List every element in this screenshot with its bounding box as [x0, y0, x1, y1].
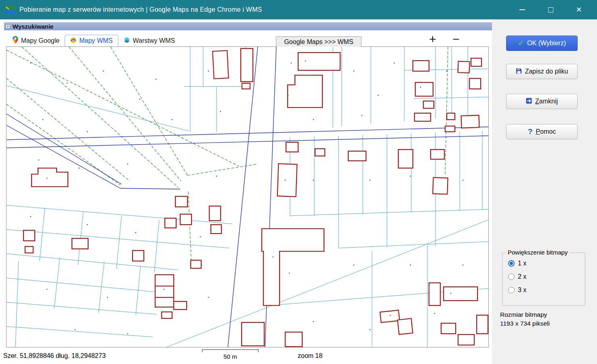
- bitmap-zoom-groupbox: Powiększenie bitmapy 1 x 2 x 3 x: [502, 252, 585, 306]
- status-bar: Szer. 51,8928846 dług. 18,2948273 50 m z…: [0, 347, 492, 364]
- save-icon: [516, 68, 522, 76]
- radio-2x-label: 2 x: [518, 273, 526, 280]
- scale-label: 50 m: [202, 353, 259, 360]
- check-icon: ✓: [518, 39, 524, 48]
- bitmap-size-label: Rozmiar bitmapy: [500, 311, 547, 318]
- transfer-mode-label: Google Maps >>> WMS: [276, 36, 362, 47]
- wms-map-icon: [70, 37, 76, 45]
- tab-warstwy-wms-label: Warstwy WMS: [133, 37, 175, 44]
- map-zoom-in-button[interactable]: +: [424, 32, 441, 46]
- search-panel-label: Wyszukiwanie: [13, 23, 53, 30]
- bitmap-zoom-title: Powiększenie bitmapy: [506, 249, 570, 256]
- map-utility-lines: [6, 47, 448, 267]
- close-icon: ✕: [576, 6, 582, 13]
- help-button-label: Pomoc: [536, 128, 556, 135]
- radio-1x-control[interactable]: [508, 260, 515, 267]
- main-pane: Wyszukiwanie Mapy Google: [0, 19, 492, 364]
- google-maps-pin-icon: [13, 36, 18, 45]
- help-button[interactable]: ? Pomoc: [506, 124, 578, 139]
- minimize-button[interactable]: [513, 0, 532, 19]
- tab-warstwy-wms[interactable]: Warstwy WMS: [118, 35, 180, 46]
- map-survey-dots: [31, 63, 463, 334]
- status-zoom-level: zoom 18: [298, 352, 322, 360]
- close-dialog-button[interactable]: Zamknij: [506, 94, 578, 109]
- tab-mapy-google[interactable]: Mapy Google: [7, 35, 65, 46]
- map-canvas[interactable]: [6, 47, 489, 347]
- radio-3x[interactable]: 3 x: [508, 286, 585, 294]
- question-icon: ?: [528, 127, 533, 136]
- window-title: Pobieranie map z serwerów internetowych …: [19, 6, 262, 13]
- map-viewport[interactable]: [6, 46, 489, 347]
- map-zoom-out-button[interactable]: −: [448, 32, 465, 46]
- radio-3x-control[interactable]: [508, 287, 515, 293]
- save-to-file-button[interactable]: Zapisz do pliku: [506, 64, 578, 79]
- tab-mapy-google-label: Mapy Google: [21, 37, 59, 44]
- tab-mapy-wms-label: Mapy WMS: [79, 37, 113, 44]
- radio-2x-control[interactable]: [508, 274, 515, 280]
- layers-icon: [124, 37, 130, 45]
- close-button[interactable]: ✕: [570, 0, 588, 19]
- ok-button[interactable]: ✓ OK (Wybierz): [506, 36, 578, 51]
- radio-3x-label: 3 x: [518, 286, 526, 294]
- minimize-icon: [519, 9, 525, 10]
- ok-button-label: OK (Wybierz): [527, 40, 566, 47]
- titlebar: Pobieranie map z serwerów internetowych …: [0, 0, 597, 19]
- tab-bar: Mapy Google Mapy WMS Warstwy WMS: [7, 35, 180, 46]
- tab-mapy-wms[interactable]: Mapy WMS: [65, 35, 118, 46]
- maximize-icon: [548, 7, 553, 13]
- radio-2x[interactable]: 2 x: [508, 273, 585, 280]
- bitmap-size-value: 1193 x 734 pikseli: [500, 320, 550, 327]
- sidebar: ✓ OK (Wybierz) Zapisz do pliku Zamknij ?…: [492, 19, 597, 364]
- radio-1x-label: 1 x: [518, 260, 526, 267]
- exit-icon: [526, 98, 532, 105]
- map-buildings: [23, 48, 488, 347]
- radio-1x[interactable]: 1 x: [508, 260, 585, 267]
- save-button-label: Zapisz do pliku: [525, 68, 568, 75]
- status-coordinates: Szer. 51,8928846 dług. 18,2948273: [3, 352, 106, 360]
- map-building-dots: [47, 61, 451, 316]
- expand-icon[interactable]: [6, 23, 10, 30]
- close-dialog-label: Zamknij: [535, 98, 558, 105]
- app-icon: [5, 6, 15, 14]
- window-controls: ✕: [503, 0, 597, 19]
- map-scale-bar: 50 m: [202, 349, 259, 360]
- search-panel-header[interactable]: Wyszukiwanie: [4, 22, 492, 30]
- scale-line: [202, 349, 259, 352]
- maximize-button[interactable]: [541, 0, 560, 19]
